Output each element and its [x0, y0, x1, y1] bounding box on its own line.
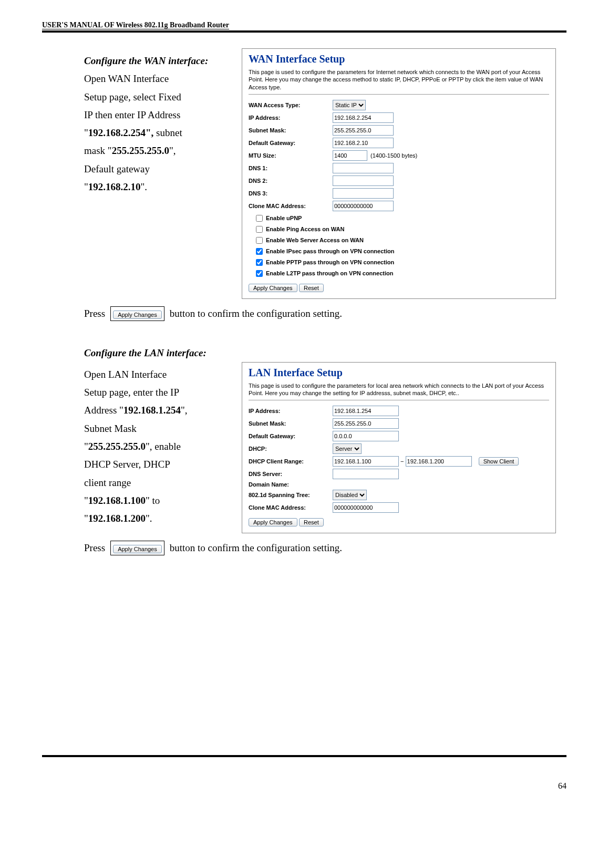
enable-ipsec-checkbox[interactable] — [256, 248, 263, 255]
enable-webserver-label: Enable Web Server Access on WAN — [266, 237, 364, 243]
press-rest: button to confirm the configuration sett… — [170, 308, 342, 319]
enable-ping-label: Enable Ping Access on WAN — [266, 226, 344, 232]
enable-l2tp-label: Enable L2TP pass through on VPN connecti… — [266, 270, 393, 276]
wan-body-4: mask "255.255.255.0", — [84, 142, 242, 159]
dns3-label: DNS 3: — [249, 190, 333, 197]
enable-webserver-checkbox[interactable] — [256, 237, 263, 244]
press-apply-button[interactable]: Apply Changes — [113, 545, 162, 553]
press-text: Press — [84, 542, 105, 554]
page-number: 64 — [0, 778, 598, 791]
enable-l2tp-checkbox[interactable] — [256, 270, 263, 277]
lan-clone-input[interactable] — [333, 502, 399, 513]
lan-body-4: "255.255.255.0", enable — [84, 438, 242, 455]
lan-range-from-input[interactable] — [333, 456, 399, 467]
wan-press-line: Press Apply Changes button to confirm th… — [84, 306, 556, 321]
show-client-button[interactable]: Show Client — [479, 457, 519, 466]
lan-ip-input[interactable] — [333, 406, 399, 416]
lan-body-7: "192.168.1.100" to — [84, 492, 242, 509]
lan-ip-label: IP Address: — [249, 408, 333, 414]
wan-heading: Configure the WAN interface: — [84, 53, 242, 69]
lan-subnet-input[interactable] — [333, 418, 399, 429]
lan-domain-label: Domain Name: — [249, 481, 333, 488]
enable-ping-checkbox[interactable] — [256, 226, 263, 233]
dns1-label: DNS 1: — [249, 165, 333, 171]
default-gateway-label: Default Gateway: — [249, 140, 333, 146]
lan-body-0: Open LAN Interface — [84, 366, 242, 383]
default-gateway-input[interactable] — [333, 138, 394, 148]
wan-body-5: Default gateway — [84, 161, 242, 178]
ip-address-input[interactable] — [333, 112, 394, 123]
lan-body-1: Setup page, enter the IP — [84, 384, 242, 401]
wan-body-1: Setup page, select Fixed — [84, 89, 242, 106]
wan-panel: WAN Interface Setup This page is used to… — [242, 48, 556, 299]
enable-upnp-label: Enable uPNP — [266, 215, 302, 221]
mtu-size-input[interactable] — [333, 150, 367, 161]
lan-subnet-label: Subnet Mask: — [249, 420, 333, 427]
press-rest: button to confirm the configuration sett… — [170, 542, 342, 554]
lan-body-5: DHCP Server, DHCP — [84, 456, 242, 473]
lan-spanning-label: 802.1d Spanning Tree: — [249, 492, 333, 498]
wan-body-2: IP then enter IP Address — [84, 107, 242, 123]
lan-dhcp-label: DHCP: — [249, 446, 333, 452]
lan-dhcp-select[interactable]: Server — [333, 443, 362, 454]
lan-reset-button[interactable]: Reset — [299, 518, 324, 526]
lan-gw-label: Default Gateway: — [249, 433, 333, 439]
wan-apply-button[interactable]: Apply Changes — [249, 284, 297, 292]
lan-body-8: "192.168.1.200". — [84, 510, 242, 527]
lan-panel: LAN Interface Setup This page is used to… — [242, 362, 556, 534]
page-header: USER'S MANUAL OF Wireless 802.11g Broadb… — [42, 21, 566, 33]
enable-upnp-checkbox[interactable] — [256, 215, 263, 222]
lan-body-3: Subnet Mask — [84, 420, 242, 437]
lan-gw-input[interactable] — [333, 431, 399, 441]
lan-panel-desc: This page is used to configure the param… — [249, 382, 549, 401]
enable-pptp-label: Enable PPTP pass through on VPN connecti… — [266, 259, 394, 265]
lan-body-6: client range — [84, 474, 242, 491]
dns2-input[interactable] — [333, 175, 394, 186]
lan-panel-title: LAN Interface Setup — [249, 367, 549, 379]
press-apply-button[interactable]: Apply Changes — [113, 311, 162, 319]
dns2-label: DNS 2: — [249, 178, 333, 184]
wan-body-6: "192.168.2.10". — [84, 179, 242, 195]
clone-mac-label: Clone MAC Address: — [249, 203, 333, 209]
press-text: Press — [84, 308, 105, 319]
wan-access-type-select[interactable]: Static IP — [333, 100, 366, 110]
lan-heading: Configure the LAN interface: — [84, 347, 566, 359]
lan-instructions: Open LAN Interface Setup page, enter the… — [84, 362, 242, 529]
page-footer — [42, 755, 566, 757]
header-text: USER'S MANUAL OF Wireless 802.11g Broadb… — [42, 21, 229, 29]
wan-panel-desc: This page is used to configure the param… — [249, 68, 549, 95]
lan-range-label: DHCP Client Range: — [249, 458, 333, 464]
lan-clone-label: Clone MAC Address: — [249, 504, 333, 511]
wan-panel-title: WAN Interface Setup — [249, 53, 549, 65]
lan-apply-button[interactable]: Apply Changes — [249, 518, 297, 526]
clone-mac-input[interactable] — [333, 201, 394, 211]
lan-spanning-select[interactable]: Disabled — [333, 490, 367, 500]
wan-body-3: "192.168.2.254", subnet — [84, 125, 242, 141]
subnet-mask-label: Subnet Mask: — [249, 127, 333, 133]
subnet-mask-input[interactable] — [333, 125, 394, 136]
lan-body-2: Address "192.168.1.254", — [84, 402, 242, 419]
range-dash: − — [400, 458, 404, 464]
enable-ipsec-label: Enable IPsec pass through on VPN connect… — [266, 248, 395, 254]
wan-access-type-label: WAN Access Type: — [249, 102, 333, 108]
ip-address-label: IP Address: — [249, 115, 333, 121]
lan-range-to-input[interactable] — [406, 456, 472, 467]
wan-instructions: Configure the WAN interface: Open WAN In… — [84, 48, 242, 197]
lan-dns-label: DNS Server: — [249, 471, 333, 477]
wan-reset-button[interactable]: Reset — [299, 284, 324, 292]
lan-dns-input[interactable] — [333, 469, 399, 479]
mtu-hint: (1400-1500 bytes) — [370, 152, 417, 159]
dns3-input[interactable] — [333, 188, 394, 199]
enable-pptp-checkbox[interactable] — [256, 259, 263, 266]
dns1-input[interactable] — [333, 163, 394, 173]
mtu-size-label: MTU Size: — [249, 152, 333, 159]
wan-body-0: Open WAN Interface — [84, 70, 242, 87]
lan-press-line: Press Apply Changes button to confirm th… — [84, 541, 556, 555]
